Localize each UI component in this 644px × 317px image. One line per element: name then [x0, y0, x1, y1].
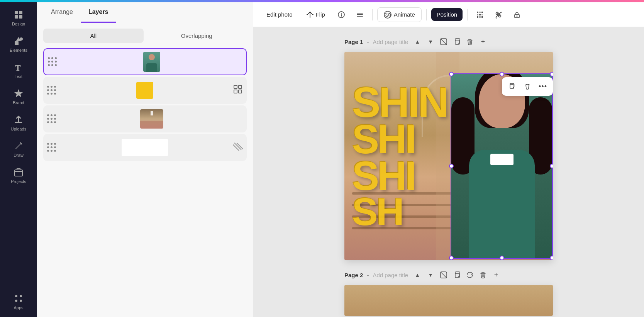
page-1-chevron-up[interactable]: ▲	[412, 36, 423, 47]
yellow-square-thumbnail	[136, 82, 153, 99]
brand-icon	[13, 88, 24, 99]
svg-rect-14	[234, 85, 237, 88]
float-copy-button[interactable]	[505, 80, 519, 93]
layer-item-church[interactable]	[43, 105, 247, 132]
layer-item-person[interactable]	[43, 48, 247, 75]
diagonal-lines-icon	[233, 141, 243, 154]
page-2-trash-btn[interactable]	[478, 270, 488, 280]
handle-top-center[interactable]	[500, 72, 504, 76]
dot	[55, 61, 57, 63]
app-body: Design Elements T Text	[0, 2, 644, 317]
page-2-transparent-btn[interactable]	[438, 270, 449, 280]
noise-button[interactable]	[472, 7, 488, 22]
page-1-trash-btn[interactable]	[464, 36, 475, 47]
dot	[51, 143, 53, 145]
frame-icon	[233, 84, 243, 97]
dot	[51, 146, 53, 148]
svg-point-6	[20, 37, 23, 41]
page-2-add-btn[interactable]: +	[491, 270, 502, 280]
canvas-page-2[interactable]	[344, 285, 553, 316]
animate-icon	[384, 11, 391, 19]
handle-bottom-right[interactable]	[550, 256, 553, 260]
page-1-header: Page 1 - Add page title ▲ ▼	[344, 35, 488, 49]
drag-handle-4[interactable]	[47, 143, 56, 152]
float-delete-button[interactable]	[520, 80, 534, 93]
dot	[51, 121, 53, 123]
dot	[47, 86, 49, 88]
layer-item-yellow[interactable]	[43, 77, 247, 104]
sidebar-item-apps[interactable]: Apps	[3, 289, 34, 314]
float-more-button[interactable]: •••	[536, 80, 550, 93]
toolbar-divider	[372, 9, 373, 20]
drag-handle-1[interactable]	[48, 57, 57, 66]
chain-icon	[495, 11, 502, 19]
page-1-title-placeholder[interactable]: Add page title	[373, 39, 408, 45]
drag-handle-2[interactable]	[47, 86, 56, 95]
page-1-transparent-btn[interactable]	[438, 36, 449, 47]
svg-rect-15	[239, 85, 242, 88]
svg-rect-43	[455, 40, 459, 44]
handle-middle-right[interactable]	[550, 164, 553, 168]
handle-bottom-center[interactable]	[500, 256, 504, 260]
layer-thumbnail-3	[60, 109, 243, 129]
menu-button[interactable]	[352, 7, 368, 22]
page-1-add-btn[interactable]: +	[478, 36, 488, 47]
page-2-refresh-btn[interactable]	[464, 270, 475, 280]
lock-icon	[513, 11, 521, 19]
dot	[51, 64, 53, 66]
page-2-header: Page 2 - Add page title ▲ ▼	[344, 268, 502, 282]
chain-button[interactable]	[491, 7, 506, 22]
sidebar-item-brand[interactable]: Brand	[3, 84, 34, 109]
page-2-copy-btn[interactable]	[451, 270, 462, 280]
handle-middle-left[interactable]	[449, 164, 454, 168]
sidebar-item-design[interactable]: Design	[3, 5, 34, 30]
handle-top-left[interactable]	[449, 72, 454, 76]
canvas-page-1[interactable]: SHIN SHI SHI SH	[344, 52, 553, 260]
handle-bottom-left[interactable]	[449, 256, 454, 260]
page2-bg	[344, 285, 553, 316]
transparency-icon	[440, 38, 447, 45]
page-1-chevron-down[interactable]: ▼	[425, 36, 436, 47]
dot	[51, 118, 53, 120]
dot	[54, 118, 56, 120]
sidebar-item-uploads[interactable]: Uploads	[3, 110, 34, 135]
tab-arrange[interactable]: Arrange	[43, 2, 81, 23]
uploads-icon	[13, 114, 24, 125]
toolbar-divider-3	[467, 9, 468, 20]
top-toolbar: Edit photo Flip	[253, 2, 644, 27]
copy-icon	[453, 38, 460, 45]
edit-photo-button[interactable]: Edit photo	[261, 8, 298, 21]
sidebar-item-draw[interactable]: Draw	[3, 137, 34, 161]
person-photo	[451, 74, 552, 258]
filter-overlapping-button[interactable]: Overlapping	[147, 29, 247, 43]
tab-layers[interactable]: Layers	[81, 2, 116, 23]
white-rect-thumbnail	[122, 139, 168, 156]
page-2-title-placeholder[interactable]: Add page title	[373, 272, 408, 278]
dot	[51, 114, 53, 116]
layer-item-white[interactable]	[43, 134, 247, 161]
svg-point-22	[341, 13, 342, 14]
person-overlay[interactable]: •••	[451, 73, 553, 259]
dot	[54, 146, 56, 148]
sidebar-item-text[interactable]: T Text	[3, 58, 34, 83]
drag-handle-3[interactable]	[47, 114, 56, 124]
page-1-copy-btn[interactable]	[451, 36, 462, 47]
svg-point-40	[517, 15, 518, 17]
info-button[interactable]	[334, 7, 349, 22]
animate-button[interactable]: Animate	[377, 7, 422, 22]
page-2-chevron-down[interactable]: ▼	[425, 270, 436, 280]
sidebar-item-projects[interactable]: Projects	[3, 163, 34, 188]
position-button[interactable]: Position	[431, 8, 463, 21]
page-2-chevron-up[interactable]: ▲	[412, 270, 423, 280]
handle-top-right[interactable]	[550, 72, 553, 76]
lock-button[interactable]	[509, 7, 525, 22]
filter-all-button[interactable]: All	[43, 29, 144, 43]
flip-button[interactable]: Flip	[301, 8, 330, 21]
canvas-scroll[interactable]: Page 1 - Add page title ▲ ▼	[253, 27, 644, 317]
dot	[54, 121, 56, 123]
svg-line-20	[233, 144, 239, 151]
svg-rect-1	[19, 11, 22, 14]
person-collar	[490, 154, 514, 165]
sidebar-item-elements[interactable]: Elements	[3, 32, 34, 56]
dot	[54, 86, 56, 88]
